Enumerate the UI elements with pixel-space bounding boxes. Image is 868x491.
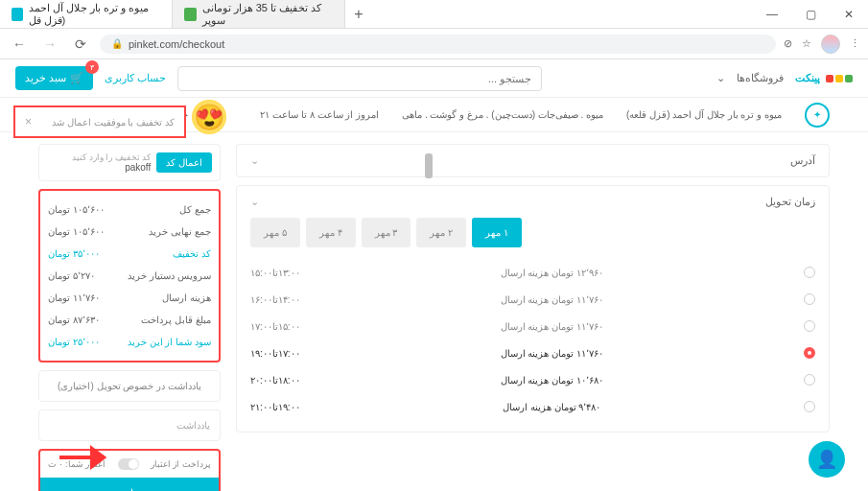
- menu-icon[interactable]: ⋮: [850, 37, 860, 50]
- browser-urlbar: ← → ⟳ 🔒 pinket.com/checkout ⊘ ☆ ⋮: [0, 29, 868, 59]
- chat-icon: 👤: [816, 449, 837, 470]
- radio-icon: [804, 320, 815, 332]
- maximize-button[interactable]: ▢: [791, 8, 830, 21]
- account-link[interactable]: حساب کاربری: [105, 72, 166, 84]
- coupon-box: اعمال کد کد تخفیف را وارد کنید pakoff: [38, 144, 221, 181]
- time-slot[interactable]: ۱۰٬۶۸۰ تومان هزینه ارسال۱۸:۰۰تا۲۰:۰۰: [250, 366, 815, 393]
- heart-eyes-emoji-icon: [192, 100, 226, 134]
- order-summary: جمع کل۱۰۵٬۶۰۰ تومان جمع نهایی خرید۱۰۵٬۶۰…: [38, 189, 221, 362]
- chat-fab-button[interactable]: 👤: [809, 441, 845, 478]
- stores-link[interactable]: فروشگاه‌ها: [737, 72, 784, 84]
- breadcrumb-hours: امروز از ساعت ۸ تا ساعت ۲۱: [260, 109, 379, 120]
- address-bar[interactable]: 🔒 pinket.com/checkout: [100, 35, 776, 54]
- close-icon[interactable]: ×: [25, 115, 32, 129]
- forward-button[interactable]: →: [38, 36, 61, 52]
- tab-title: کد تخفیف تا 35 هزار تومانی سوپر: [202, 2, 333, 27]
- note-input[interactable]: یادداشت: [38, 409, 221, 441]
- pay-button[interactable]: پرداخت: [40, 478, 219, 491]
- page-content: پینکت فروشگاه‌ها ⌄ حساب کاربری 🛒 سبد خری…: [0, 59, 868, 491]
- radio-selected-icon: [804, 347, 815, 359]
- url-text: pinket.com/checkout: [129, 38, 224, 50]
- bookmark-icon[interactable]: ☆: [802, 37, 811, 50]
- note-title: یادداشت در خصوص تحویل (اختیاری): [38, 370, 221, 402]
- cart-count-badge: ۳: [85, 60, 99, 74]
- date-option[interactable]: ۵ مهر: [250, 218, 300, 247]
- minimize-button[interactable]: —: [753, 8, 791, 21]
- radio-icon: [804, 267, 815, 278]
- credit-toggle[interactable]: [118, 458, 139, 470]
- radio-icon: [804, 401, 815, 412]
- cart-button[interactable]: 🛒 سبد خرید ۳: [15, 66, 93, 90]
- back-button[interactable]: ←: [8, 36, 31, 52]
- site-header: پینکت فروشگاه‌ها ⌄ حساب کاربری 🛒 سبد خری…: [0, 59, 868, 98]
- search-input[interactable]: [177, 66, 542, 91]
- close-button[interactable]: ✕: [830, 8, 868, 21]
- success-toast: کد تخفیف با موفقیت اعمال شد ×: [13, 105, 186, 138]
- chevron-down-icon: ⌄: [250, 196, 259, 208]
- time-slot[interactable]: ۱۲٬۹۶۰ تومان هزینه ارسال۱۳:۰۰تا۱۵:۰۰: [250, 259, 815, 286]
- date-option[interactable]: ۴ مهر: [306, 218, 356, 247]
- favicon-icon: [12, 8, 23, 21]
- site-logo[interactable]: پینکت: [795, 72, 853, 84]
- annotation-arrow-icon: [58, 443, 111, 474]
- reload-button[interactable]: ⟳: [69, 36, 92, 52]
- time-slot-selected[interactable]: ۱۱٬۷۶۰ تومان هزینه ارسال۱۷:۰۰تا۱۹:۰۰: [250, 339, 815, 366]
- time-slot[interactable]: ۱۱٬۷۶۰ تومان هزینه ارسال۱۵:۰۰تا۱۷:۰۰: [250, 313, 815, 339]
- credit-label: پرداخت از اعتبار: [151, 459, 211, 469]
- window-controls: — ▢ ✕: [753, 8, 868, 21]
- time-slot[interactable]: ۱۱٬۷۶۰ تومان هزینه ارسال۱۴:۰۰تا۱۶:۰۰: [250, 286, 815, 313]
- logo-text: پینکت: [795, 72, 820, 84]
- delivery-title: زمان تحویل: [765, 196, 815, 208]
- new-tab-button[interactable]: +: [345, 0, 372, 28]
- breadcrumb-category: میوه . صیفی‌جات (دست‌چین) . مرغ و گوشت .…: [402, 109, 603, 120]
- time-slot[interactable]: ۹٬۴۸۰ تومان هزینه ارسال۱۹:۰۰تا۲۱:۰۰: [250, 393, 815, 420]
- address-title: آدرس: [790, 154, 815, 167]
- favicon-icon: [184, 8, 197, 21]
- browser-titlebar: میوه و تره بار جلال آل احمد (قزل قل کد ت…: [0, 0, 868, 29]
- password-icon[interactable]: ⊘: [784, 37, 792, 50]
- radio-icon: [804, 293, 815, 305]
- scrollbar-thumb[interactable]: [425, 153, 433, 178]
- search-box: [177, 66, 542, 91]
- lock-icon: 🔒: [111, 38, 123, 49]
- chevron-down-icon: ⌄: [716, 72, 725, 84]
- breadcrumb-store[interactable]: میوه و تره بار جلال آل احمد (قزل قلعه): [626, 109, 782, 120]
- coupon-label: کد تخفیف را وارد کنید: [47, 152, 151, 162]
- browser-tab[interactable]: کد تخفیف تا 35 هزار تومانی سوپر: [173, 0, 345, 28]
- address-panel[interactable]: آدرس ⌄: [236, 144, 830, 177]
- cart-icon: 🛒: [70, 72, 83, 84]
- date-option[interactable]: ۱ مهر: [472, 218, 522, 247]
- cart-label: سبد خرید: [25, 72, 66, 84]
- apply-coupon-button[interactable]: اعمال کد: [156, 152, 212, 173]
- toast-message: کد تخفیف با موفقیت اعمال شد: [52, 117, 175, 128]
- store-badge-icon: ✦: [805, 103, 830, 128]
- delivery-header[interactable]: زمان تحویل ⌄: [237, 186, 829, 218]
- delivery-panel: زمان تحویل ⌄ ۱ مهر ۲ مهر ۳ مهر ۴ مهر ۵ م…: [236, 185, 830, 433]
- browser-tab-active[interactable]: میوه و تره بار جلال آل احمد (قزل قل: [0, 0, 173, 28]
- date-option[interactable]: ۲ مهر: [416, 218, 466, 247]
- date-option[interactable]: ۳ مهر: [362, 218, 411, 247]
- chevron-down-icon: ⌄: [250, 154, 259, 167]
- coupon-value[interactable]: pakoff: [47, 162, 151, 173]
- tab-title: میوه و تره بار جلال آل احمد (قزل قل: [29, 2, 160, 27]
- radio-icon: [804, 374, 815, 386]
- profile-avatar[interactable]: [821, 35, 840, 54]
